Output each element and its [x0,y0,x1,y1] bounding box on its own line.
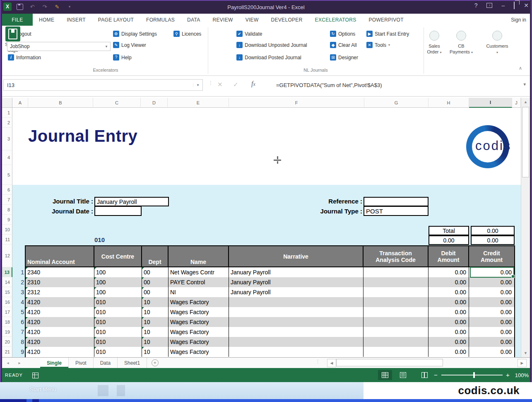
cell-tac[interactable] [363,327,428,337]
vertical-scrollbar[interactable]: ▲ ▼ [521,98,530,357]
cell-debit[interactable]: 0.00 [428,277,469,287]
journal-type-field[interactable]: POST [363,206,428,216]
tab-developer[interactable]: DEVELOPER [265,14,309,26]
column-header-I[interactable]: I [469,98,512,108]
zoom-slider-handle[interactable] [473,372,475,378]
cell-debit[interactable]: 0.00 [428,267,469,277]
cell-dept[interactable]: 10 [142,337,169,347]
cell-narrative[interactable] [229,307,363,317]
log-viewer-button[interactable]: ✎ Log Viewer [113,42,146,48]
cell-name[interactable]: NI [169,287,229,297]
vertical-scrollbar-thumb[interactable] [522,107,529,177]
cell-credit[interactable]: 0.00 [469,327,514,337]
cell-tac[interactable] [363,337,428,347]
reference-field[interactable] [363,197,428,206]
tab-view[interactable]: VIEW [239,14,265,26]
scroll-up-icon[interactable]: ▲ [521,98,530,106]
cell-tac[interactable] [363,317,428,327]
sales-order-button[interactable]: Sales Order ▾ [424,27,444,56]
row-header-18[interactable]: 18 [2,317,12,327]
cell-name[interactable]: Wages Factory [169,317,229,327]
sheet-tab-pivot[interactable]: Pivot [69,358,94,368]
tab-insert[interactable]: INSERT [60,14,92,26]
cell-tac[interactable] [363,347,428,357]
insert-function-icon[interactable]: fx [251,80,255,87]
journal-date-field[interactable] [94,206,142,216]
tab-review[interactable]: REVIEW [207,14,239,26]
cell-dept[interactable]: 10 [142,327,169,337]
journal-title-field[interactable]: January Payroll [94,197,169,206]
select-all-corner[interactable] [2,98,12,108]
information-button[interactable]: i Information [8,54,41,61]
cell-narrative[interactable] [229,297,363,307]
sheet-nav-left-icon[interactable]: ◂ [2,358,14,368]
cell-cost_centre[interactable]: 100 [94,267,142,277]
customers-button[interactable]: Customers ▾ [481,27,513,56]
page-layout-view-button[interactable] [396,370,410,380]
validate-button[interactable]: ✔ Validate [236,31,262,37]
cell-credit[interactable]: 0.00 [469,347,514,357]
cell-narrative[interactable] [229,317,363,327]
formula-bar-handle[interactable]: ⋮ [208,80,213,86]
tab-page-layout[interactable]: PAGE LAYOUT [92,14,140,26]
column-header-J[interactable]: J [512,98,521,108]
cell-dept[interactable]: 00 [142,287,169,297]
cell-tac[interactable] [363,307,428,317]
row-header-8[interactable]: 8 [2,205,12,215]
qat-dropdown-icon[interactable]: ▾ [65,2,74,11]
cell-cost_centre[interactable]: 010 [94,347,142,357]
cell-nominal[interactable]: 4120 [26,317,94,327]
zoom-in-icon[interactable]: + [506,371,510,378]
cell-debit[interactable]: 0.00 [428,297,469,307]
tab-strip-handle[interactable]: ⋮ [315,359,320,364]
cell-nominal[interactable]: 2310 [26,277,94,287]
row-header-14[interactable]: 14 [2,277,12,287]
zoom-slider[interactable] [441,375,503,375]
cell-debit[interactable]: 0.00 [428,327,469,337]
cell-credit[interactable]: 0.00 [469,337,514,347]
column-header-F[interactable]: F [229,98,364,108]
excel-app-icon[interactable]: X [3,2,12,11]
cancel-icon[interactable]: ✕ [217,81,223,88]
cell-debit[interactable]: 0.00 [428,307,469,317]
row-header-1[interactable]: 1 [2,108,12,118]
row-header-10[interactable]: 10 [2,225,12,235]
cell-debit[interactable]: 0.00 [428,347,469,357]
sheet-tab-data[interactable]: Data [94,358,118,368]
column-header-H[interactable]: H [428,98,469,108]
cell-tac[interactable] [363,297,428,307]
cell-nominal[interactable]: 4120 [26,297,94,307]
hscroll-right-icon[interactable]: ▶ [518,359,527,367]
column-header-B[interactable]: B [28,98,93,108]
cell-narrative[interactable] [229,337,363,347]
hscroll-left-icon[interactable]: ◀ [327,359,336,367]
undo-icon[interactable]: ↶ [28,2,36,11]
cell-name[interactable]: Wages Factory [169,337,229,347]
horizontal-scrollbar-thumb[interactable] [336,359,443,366]
collapse-ribbon-icon[interactable]: ∧ [519,65,522,71]
cell-nominal[interactable]: 2340 [26,267,94,277]
cell-name[interactable]: Net Wages Contr [169,267,229,277]
help-button[interactable]: ? Help [113,54,132,61]
cell-dept[interactable]: 00 [142,277,169,287]
download-unposted-button[interactable]: ↓ Download Unposted Journal [236,42,307,48]
column-header-C[interactable]: C [93,98,141,108]
row-header-6[interactable]: 6 [2,185,12,195]
column-header-A[interactable]: A [12,98,28,108]
scroll-down-icon[interactable]: ▼ [521,349,530,357]
cell-cost_centre[interactable]: 010 [94,307,142,317]
row-header-20[interactable]: 20 [2,337,12,347]
tab-excelerators[interactable]: EXCELERATORS [309,14,363,26]
cell-cost_centre[interactable]: 010 [94,297,142,307]
display-settings-button[interactable]: ⚙ Display Settings [113,31,157,37]
row-header-16[interactable]: 16 [2,297,12,307]
save-icon[interactable] [16,2,24,11]
zoom-out-icon[interactable]: − [434,371,438,378]
formula-input[interactable]: =GETPIVOTDATA("Sum of Net",Pivot!$A$3) [276,77,382,93]
cell-name[interactable]: Wages Factory [169,307,229,317]
tab-powerpivot[interactable]: POWERPIVOT [362,14,409,26]
cell-debit[interactable]: 0.00 [428,337,469,347]
cb-payments-button[interactable]: CB Payments ▾ [447,27,476,56]
row-header-3[interactable]: 3 [2,128,12,150]
cell-nominal[interactable]: 4120 [26,307,94,317]
